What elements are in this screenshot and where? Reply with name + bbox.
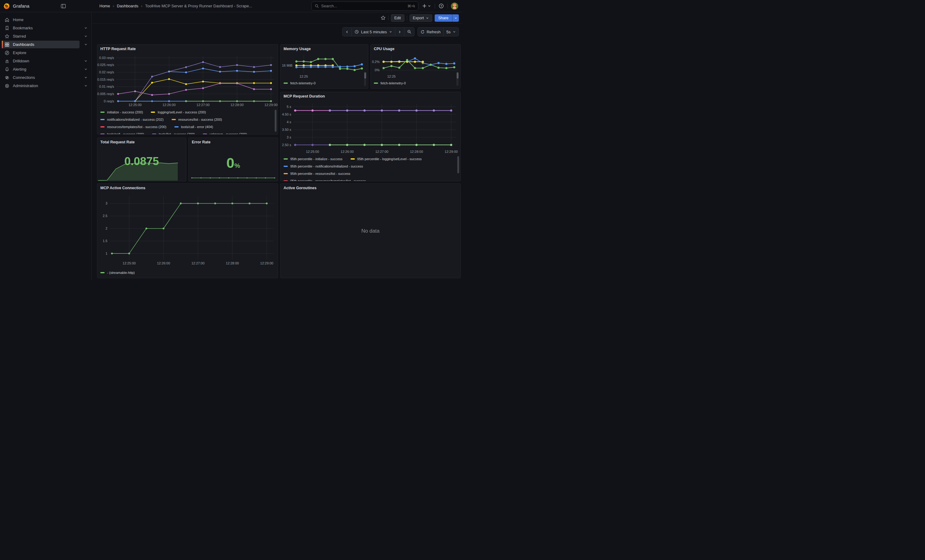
panel-title[interactable]: MCP Request Duration [283,94,325,98]
panel-title[interactable]: CPU Usage [374,47,394,51]
total-request-rate-value: 0.0875 [97,155,186,168]
legend-item[interactable]: 95th percentile - notifications/initiali… [283,164,363,168]
sidebar-item-home[interactable]: Home [0,16,92,24]
legend-item[interactable]: 95th percentile - initialize - success [283,157,343,161]
sidebar-item-dashboards[interactable]: Dashboards [0,41,92,49]
legend-color-dash [374,83,378,84]
sidebar-item-label: Alerting [13,67,26,72]
legend-item[interactable]: resources/templates/list - success (200) [100,125,166,129]
sidebar-item-bookmarks[interactable]: Bookmarks [0,24,92,32]
mcp-active-connections-chart[interactable]: 32.521.5112:25:0012:26:0012:27:0012:28:0… [97,193,278,268]
sidebar-item-administration[interactable]: Administration [0,82,92,90]
legend-scrollbar[interactable] [364,72,366,86]
chevron-down-icon[interactable] [84,84,87,87]
legend-item[interactable]: fetch-telemetry-0 [283,81,316,85]
cpu-usage-chart[interactable]: 0.2%0%12:25 [371,53,460,79]
svg-text:3 s: 3 s [286,135,291,139]
legend-label: 95th percentile - logging/setLevel - suc… [357,157,422,161]
share-button[interactable]: Share [435,14,452,22]
chevron-down-icon[interactable] [84,59,87,63]
drilldown-icon [5,59,9,64]
panel-title[interactable]: Memory Usage [283,47,311,51]
time-range-picker[interactable]: Last 5 minutes [352,27,395,36]
breadcrumb-dashboards[interactable]: Dashboards [117,4,138,8]
sidebar-item-label: Explore [13,50,26,55]
connections-icon [5,75,9,80]
svg-text:12:28:00: 12:28:00 [226,261,239,265]
legend-item[interactable]: fetch-telemetry-0 [374,81,406,85]
new-create-button[interactable] [422,3,432,9]
grafana-logo-icon[interactable] [3,3,10,9]
panel-title[interactable]: Error Rate [192,140,211,144]
panel-mcp-active-connections: MCP Active Connections 32.521.5112:25:00… [97,183,278,278]
legend-row: 95th percentile - initialize - success95… [283,155,457,163]
panel-cpu-usage: CPU Usage 0.2%0%12:25 fetch-telemetry-0 [371,44,461,89]
favorite-star-button[interactable] [381,15,386,21]
user-avatar[interactable] [451,3,458,10]
time-shift-back-button[interactable] [342,27,352,36]
svg-text:3.50 s: 3.50 s [282,128,291,131]
search-input[interactable]: Search... ⌘+k [311,2,419,11]
legend-item[interactable]: tools/list - success (200) [152,132,195,134]
http-request-rate-chart[interactable]: 0.03 req/s0.025 req/s0.02 req/s0.015 req… [97,54,278,108]
legend-color-dash [283,173,288,174]
svg-text:12:29:00: 12:29:00 [265,103,278,107]
help-button[interactable]: ? [438,3,444,9]
breadcrumb-current-dashboard: ToolHive MCP Server & Proxy Runner Dashb… [145,4,252,8]
breadcrumb-home[interactable]: Home [99,4,110,8]
legend-item[interactable]: 95th percentile - resources/templates/li… [283,179,366,181]
legend-item[interactable]: tools/call - success (200) [100,132,144,134]
edit-button[interactable]: Edit [391,14,404,22]
share-options-caret[interactable] [452,14,459,22]
chart-legend: fetch-telemetry-0 [283,80,360,88]
sidebar-item-drilldown[interactable]: Drilldown [0,57,92,65]
sidebar-item-connections[interactable]: Connections [0,74,92,82]
svg-text:12:26:00: 12:26:00 [157,261,170,265]
svg-text:12:25:00: 12:25:00 [123,261,136,265]
divider [447,4,448,9]
legend-item[interactable]: notifications/initialized - success (202… [100,118,164,122]
sidebar-item-explore[interactable]: Explore [0,49,92,57]
chevron-down-icon[interactable] [84,35,87,38]
panel-title[interactable]: Active Goroutines [283,186,316,190]
export-button[interactable]: Export [410,14,432,22]
chevron-down-icon[interactable] [84,76,87,79]
svg-text:16 MiB: 16 MiB [282,64,292,67]
legend-scrollbar[interactable] [457,156,459,173]
zoom-out-time-button[interactable] [404,27,414,36]
legend-item[interactable]: 95th percentile - resources/list - succe… [283,172,350,176]
dashboard-toolbar: Edit Export Share [92,12,462,24]
chevron-down-icon[interactable] [84,26,87,30]
sidebar-item-label: Administration [13,83,38,88]
legend-item[interactable]: initialize - success (200) [100,110,143,114]
svg-text:0.02 req/s: 0.02 req/s [99,70,114,74]
legend-item[interactable]: tools/call - error (404) [174,125,213,129]
time-shift-forward-button[interactable] [395,27,404,36]
refresh-button[interactable]: Refresh [417,27,444,36]
legend-label: unknown - success (200) [209,132,247,134]
svg-text:12:25: 12:25 [387,75,396,78]
chevron-down-icon[interactable] [84,68,87,71]
dock-sidebar-toggle-icon[interactable] [60,4,66,9]
panel-title[interactable]: HTTP Request Rate [100,47,136,51]
error-rate-sparkline[interactable] [191,173,276,180]
legend-scrollbar[interactable] [275,110,277,132]
sidebar-item-alerting[interactable]: Alerting [0,65,92,74]
svg-text:0.015 req/s: 0.015 req/s [97,78,114,81]
sidebar-item-label: Home [13,17,24,22]
legend-item[interactable]: - (streamable-http) [100,271,135,275]
memory-usage-chart[interactable]: 16 MiB12:25 [280,53,368,79]
search-shortcut-hint: ⌘+k [407,4,415,8]
legend-item[interactable]: 95th percentile - logging/setLevel - suc… [351,157,422,161]
panel-title[interactable]: MCP Active Connections [100,186,145,190]
sidebar-item-starred[interactable]: Starred [0,32,92,41]
refresh-interval-picker[interactable]: 5s [443,27,459,36]
legend-scrollbar[interactable] [456,72,458,86]
legend-item[interactable]: unknown - success (200) [203,132,247,134]
svg-text:12:25:00: 12:25:00 [128,103,142,107]
legend-item[interactable]: resources/list - success (200) [172,118,222,122]
chevron-down-icon[interactable] [84,43,87,46]
nav-right-controls: Search... ⌘+k ? [311,2,462,11]
legend-item[interactable]: logging/setLevel - success (200) [151,110,206,114]
mcp-request-duration-chart[interactable]: 5 s4.50 s4 s3.50 s3 s2.50 s12:25:0012:26… [280,101,460,155]
